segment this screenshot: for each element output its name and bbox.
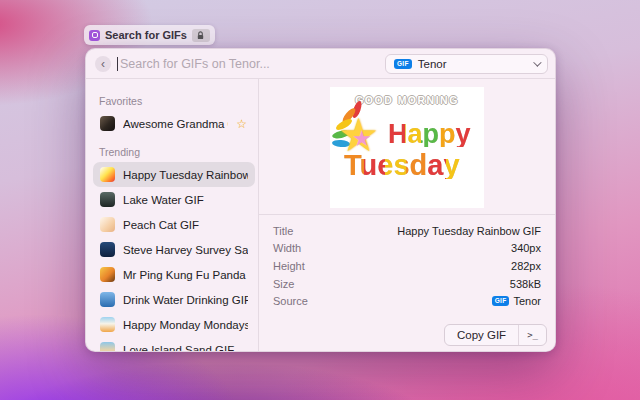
action-bar: Copy GIF >_ — [444, 324, 547, 346]
list-item-happy-monday[interactable]: Happy Monday Mondays GIF — [93, 312, 255, 337]
gif-thumbnail — [100, 242, 115, 257]
list-item-drink-water[interactable]: Drink Water Drinking GIF — [93, 287, 255, 312]
source-dropdown[interactable]: GIF Tenor — [385, 54, 548, 74]
gif-search-window: ‹ Search for GIFs on Tenor... GIF Tenor … — [85, 48, 556, 352]
list-item-peach-cat[interactable]: Peach Cat GIF — [93, 212, 255, 237]
meta-row-height: Height 282px — [273, 257, 541, 275]
desktop-wallpaper: Search for GIFs ‹ Search for GIFs on Ten… — [0, 0, 640, 400]
text-caret — [117, 57, 118, 71]
section-title-trending: Trending — [99, 146, 249, 158]
list-item-steve-harvey[interactable]: Steve Harvey Survey Says GIF — [93, 237, 255, 262]
source-dropdown-label: Tenor — [418, 58, 527, 70]
list-item-mr-ping[interactable]: Mr Ping Kung Fu Panda GIF — [93, 262, 255, 287]
gif-thumbnail — [100, 167, 115, 182]
gif-thumbnail — [100, 292, 115, 307]
meta-row-size: Size 538kB — [273, 275, 541, 293]
chevron-down-icon — [533, 58, 541, 66]
gif-thumbnail — [100, 192, 115, 207]
section-title-favorites: Favorites — [99, 95, 249, 107]
list-item-love-island[interactable]: Love Island Sand GIF — [93, 337, 255, 352]
gif-text-happy: Happy — [388, 122, 471, 148]
favorite-star-icon[interactable]: ☆ — [236, 117, 247, 131]
search-input[interactable]: Search for GIFs on Tenor... — [120, 57, 270, 71]
meta-row-source: Source GIF Tenor — [273, 292, 541, 310]
search-header: ‹ Search for GIFs on Tenor... GIF Tenor — [86, 49, 555, 79]
pink-star-icon: ★ — [352, 128, 372, 150]
list-item-happy-tuesday[interactable]: Happy Tuesday Rainbow GIF — [93, 162, 255, 187]
command-pill[interactable]: Search for GIFs — [84, 25, 215, 45]
gif-extension-icon — [89, 30, 100, 41]
gif-thumbnail — [100, 267, 115, 282]
actions-menu-icon[interactable]: >_ — [518, 325, 546, 345]
lock-icon — [192, 29, 210, 42]
meta-row-width: Width 340px — [273, 240, 541, 258]
gif-preview: GOOD MORNING ★ ★ Happy — [330, 87, 484, 208]
gif-thumbnail — [100, 317, 115, 332]
list-item-awesome-grandma[interactable]: Awesome Grandma GIF ☆ — [93, 111, 255, 136]
gif-text-tuesday: Tuesday — [344, 152, 484, 180]
meta-row-title: Title Happy Tuesday Rainbow GIF — [273, 222, 541, 240]
gif-thumbnail — [100, 116, 115, 131]
detail-panel: GOOD MORNING ★ ★ Happy — [259, 79, 555, 352]
gif-thumbnail — [100, 217, 115, 232]
results-list: Favorites Awesome Grandma GIF ☆ Trending… — [86, 79, 259, 352]
gif-source-icon: GIF — [492, 296, 510, 307]
gif-thumbnail — [100, 342, 115, 352]
command-pill-label: Search for GIFs — [105, 29, 187, 41]
list-item-lake-water[interactable]: Lake Water GIF — [93, 187, 255, 212]
copy-gif-button[interactable]: Copy GIF — [445, 325, 518, 345]
metadata-table: Title Happy Tuesday Rainbow GIF Width 34… — [259, 215, 555, 310]
back-button[interactable]: ‹ — [95, 56, 111, 72]
gif-source-icon: GIF — [394, 59, 412, 70]
